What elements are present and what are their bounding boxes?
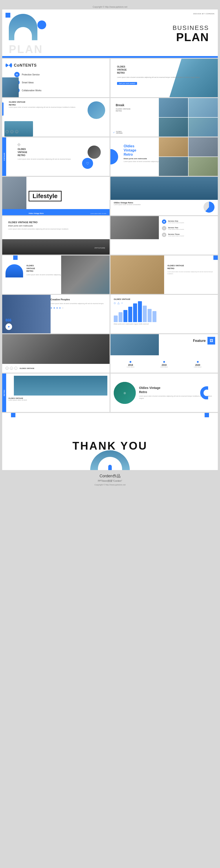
arch-shape-7a [5,264,23,277]
left-accent [2,102,3,116]
plan-label: PLAN [172,31,209,43]
contents-items: 01 Protection Service 02 Smart Ideas 03 … [14,72,106,93]
dot-2019 [163,361,165,363]
start-button[interactable]: Start your work awaited! [117,82,137,85]
brand-text-9a: OLDIES VINTAGE [20,367,34,369]
row-2: CoNTENTS 01 Protection Service 02 Smart … [2,59,218,97]
slide-building-info: ◉ Service One Lorem ipsum dolor sit amet… [110,216,218,255]
photo-4 [189,118,218,137]
slide9a-bottom: ◇ △ ○ OLDIES VINTAGE [2,364,110,373]
content-item-2: 02 Smart Ideas [14,80,106,85]
bar-2 [118,312,122,322]
teal-circle: ● [114,382,136,404]
slide-crowd: OLDIES VINTAGE RETRO Etiam porta sem mal… [2,216,110,255]
photo-b [189,137,218,157]
timeline-2019: 2019 Lorem ipsum [160,361,168,368]
row-5: Lifestyle Oldies Vintage Retro Lorem ips… [2,177,218,215]
icons-bottom-9a: ◇ △ ○ [5,367,18,370]
circle-photo-inner: ● [114,382,136,404]
oldies-body: Lorem ipsum dolor sit amet consectetur a… [117,76,211,79]
slide-music: ◇ △ ○ OLDIES VINTAGE [2,334,110,373]
star-1: ★ [50,307,52,309]
year-2019: 2019 [160,364,168,366]
crowd-photo: PPTSTORE [2,239,110,255]
icon-a: ◇ [5,367,8,370]
photo-1 [159,98,188,117]
building-img-7a [61,255,110,294]
info-item-1: ◉ Service One Lorem ipsum dolor sit amet [162,219,216,224]
icon-c: ○ [14,367,18,370]
stars-row: ★ ★ ★ ★ ★ [50,307,106,309]
slide5b-text: Oldies Vintage Retro Lorem ipsum dolor s… [114,202,141,205]
slide5b-bottom: Oldies Vintage Retro Lorem ipsum dolor s… [110,200,218,215]
slide7b-right: OLDIES VINTAGERETRO Lorem ipsum dolor si… [164,255,218,294]
year-2020: 2020 [194,364,201,366]
arch-image-area [9,14,44,44]
circle-photo [87,101,105,119]
slide-lifestyle: Lifestyle Oldies Vintage Retro Lorem ips… [2,177,110,215]
oldies-title: OLDIES VINTAGE RETRO [117,65,211,74]
slide7b-body: Lorem ipsum dolor sit amet consectetur a… [167,271,215,275]
slide-water-sport: OLDIES VINTAGERETRO Lorem ipsum dolor si… [2,98,110,136]
half-circle-left [110,149,118,164]
slides-grid: DESIGN BY CORDEN BUSINESS PLAN PLAN [2,9,218,470]
slide4a-content: OLDIESVINTAGERETRO Lorem ipsum dolor sit… [11,140,106,173]
photo-a [159,137,188,157]
item-num-1: 01 [14,72,20,77]
chart-footer: Etiam porta sem malesuada magna mollis e… [114,323,215,325]
dot-2020 [197,361,199,363]
chart-title: OLDIES VINTAGE [114,298,215,300]
arch-bottom-11 [90,450,130,470]
info-item-3: ◉ Service Three Lorem ipsum dolor sit am… [162,232,216,237]
bar-7 [143,306,147,322]
slide-break: Break OLDIES VINTAGERETRO ✓ OLDIESVINTAG… [110,98,218,136]
slide-thank-you: THANK YOU [2,413,218,470]
bar-1 [114,315,118,322]
blue-sq-tr7b [213,255,218,260]
slide5b-body: Lorem ipsum dolor sit amet consectetur [114,204,141,205]
building-photo [110,216,159,239]
info-item-2: ◎ Service Two Lorem ipsum dolor sit amet [162,226,216,230]
row-3: OLDIES VINTAGERETRO Lorem ipsum dolor si… [2,98,218,136]
footer-copy: Copyright © http://www.pptstore.net [0,484,220,486]
year-2018: 2018 [127,364,134,366]
blue-pin [108,465,112,470]
arch-bg [9,14,37,40]
icon-b: △ [10,367,13,370]
bar-chart-area [114,307,215,322]
bar-6 [138,301,142,322]
contents-title: CoNTENTS [14,63,37,68]
lake-photo [14,376,107,396]
pac-man-icon [5,62,12,69]
timeline-2020: 2020 Lorem ipsum [194,361,201,368]
circle-inner-icon: ● [123,390,127,396]
star-5-empty: ★ [62,307,64,309]
slide4b-photos [159,137,218,176]
icons-row: ♡ ◇ △ [5,130,18,133]
blue-bar-lifestyle: Oldies Vintage Retro Lorem ipsum dolor s… [2,209,110,215]
arch-inner [14,27,32,40]
slide-landscape: Oldies Vintage Retro Lorem ipsum dolor s… [110,177,218,215]
circle-accent: ♡ [82,158,93,169]
content-item-1: 01 Protection Service [14,72,106,77]
star-4: ★ [59,307,61,309]
contents-building-image [2,78,19,97]
people-body: Lorem ipsum dolor sit amet consectetur a… [50,303,106,305]
slide6a-subline: Etiam porta sem malesuada [8,225,104,227]
chart-icons: ◇ △ ○ [114,302,215,305]
row-9: ◇ △ ○ OLDIES VINTAGE Feature 🖼 [2,334,218,373]
icon-2: ◇ [10,130,13,133]
slide6a-title: OLDIES VINTAGE RETRO [8,221,104,224]
blue-sq-top7a [13,255,18,260]
bar-subtext: Lorem ipsum dolor sit amet [90,213,106,214]
chart-icon-2: △ [117,302,119,305]
photo-3 [159,118,188,137]
vintage-label: VINTAGE [3,153,5,161]
info-items: ◉ Service One Lorem ipsum dolor sit amet… [162,219,216,239]
feature-header-area: Feature 🖼 [190,334,218,347]
business-plan-title: BUSINESS PLAN [172,24,209,43]
oldies-vintage-label: OLDIESVINTAGE [116,131,122,134]
slide-teal-circle: ● Oldies Vintage Retro Lorem ipsum dolor… [110,374,218,412]
top-copyright: Copyright © http://www.pptstore.net [0,4,220,9]
slide-creative: ♥ 866 Creative Peoples Lorem ipsum dolor… [2,295,110,333]
